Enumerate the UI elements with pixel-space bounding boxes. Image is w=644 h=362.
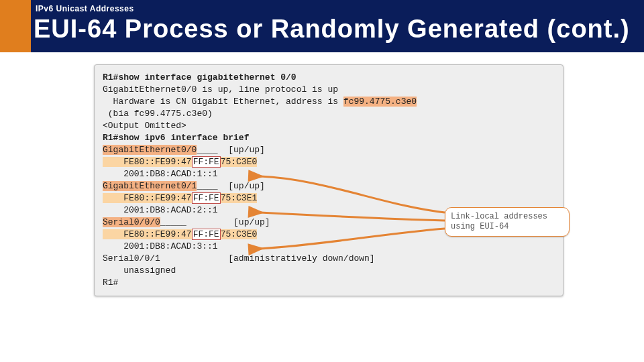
- linklocal: 75:C3E1: [221, 193, 258, 203]
- terminal-output: R1#show interface gigabitethernet 0/0 Gi…: [103, 72, 555, 289]
- section-label: IPv6 Unicast Addresses: [36, 4, 134, 13]
- fffe-insert: FF:FE: [192, 156, 221, 168]
- underline: _____: [160, 217, 186, 227]
- command: show ipv6 interface brief: [118, 133, 249, 143]
- output-line: Hardware is CN Gigabit Ethernet, address…: [103, 97, 343, 107]
- iface-state: [up/up]: [228, 181, 265, 191]
- linklocal: FE80::FE99:47: [103, 157, 192, 167]
- prompt: R1#: [103, 133, 118, 143]
- callout-text: Link-local addresses using EUI-64: [451, 212, 547, 231]
- iface-state: [up/up]: [228, 145, 265, 155]
- slide-title: EUI-64 Process or Randomly Generated (co…: [34, 15, 630, 44]
- output-line: <Output Omitted>: [103, 120, 555, 132]
- underline: ____: [197, 181, 217, 191]
- output-line: GigabitEthernet0/0 is up, line protocol …: [103, 84, 555, 96]
- underline: ____: [197, 145, 217, 155]
- slide-content: R1#show interface gigabitethernet 0/0 Gi…: [0, 52, 644, 362]
- fffe-insert: FF:FE: [192, 192, 221, 204]
- output-line: unassigned: [103, 265, 555, 277]
- linklocal: FE80::FE99:47: [103, 193, 192, 203]
- fffe-insert: FF:FE: [192, 229, 221, 240]
- output-line: Serial0/0/1 [administratively down/down]: [103, 253, 555, 265]
- global-addr: 2001:DB8:ACAD:3::1: [103, 241, 555, 253]
- command: show interface gigabitethernet 0/0: [118, 72, 296, 82]
- prompt: R1#: [103, 277, 555, 289]
- global-addr: 2001:DB8:ACAD:1::1: [103, 168, 555, 180]
- prompt: R1#: [103, 72, 118, 82]
- linklocal: 75:C3E0: [221, 229, 258, 239]
- terminal-panel: R1#show interface gigabitethernet 0/0 Gi…: [94, 64, 564, 296]
- callout-box: Link-local addresses using EUI-64: [445, 207, 570, 237]
- linklocal: FE80::FE99:47: [103, 229, 192, 239]
- accent-bar: [0, 0, 31, 52]
- iface-state: [up/up]: [233, 217, 270, 227]
- iface-name: GigabitEthernet0/0: [103, 145, 197, 155]
- iface-name: Serial0/0/0: [103, 217, 160, 227]
- iface-name: GigabitEthernet0/1: [103, 181, 197, 191]
- mac-highlight: fc99.4775.c3e0: [343, 97, 417, 107]
- slide-header: IPv6 Unicast Addresses EUI-64 Process or…: [0, 0, 644, 52]
- linklocal: 75:C3E0: [221, 157, 258, 167]
- output-line: (bia fc99.4775.c3e0): [103, 108, 555, 120]
